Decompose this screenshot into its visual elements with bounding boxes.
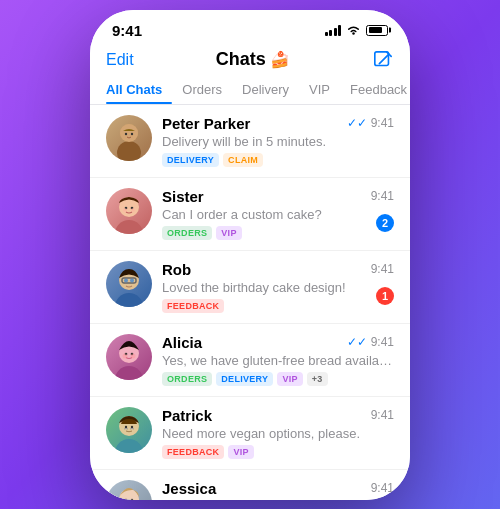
svg-point-10 [123,208,127,212]
read-check-icon: ✓✓ [347,335,367,349]
tab-delivery[interactable]: Delivery [232,75,299,104]
list-item[interactable]: Sister 9:41 Can I order a custom cake? O… [90,178,410,251]
svg-point-22 [131,353,136,358]
svg-point-3 [120,124,138,142]
chat-time-wrap: 9:41 [371,262,394,276]
chat-top: Patrick 9:41 [162,407,394,424]
tag-orders: ORDERS [162,372,212,386]
svg-rect-0 [375,51,389,65]
chat-time: 9:41 [371,189,394,203]
tag-more: +3 [307,372,328,386]
chat-preview: Yes, we have gluten-free bread available… [162,353,394,368]
tag-feedback: FEEDBACK [162,445,224,459]
chat-name: Jessica [162,480,216,497]
tab-vip[interactable]: VIP [299,75,340,104]
tab-bar: All Chats Orders Delivery VIP Feedback [90,75,410,105]
edit-button[interactable]: Edit [106,51,134,69]
svg-point-23 [115,439,143,453]
tag-feedback: FEEDBACK [162,299,224,313]
chat-top: Sister 9:41 [162,188,394,205]
chat-name: Patrick [162,407,212,424]
header-title-wrap: Chats 🍰 [216,49,290,70]
chat-time: 9:41 [371,481,394,495]
chat-content: Rob 9:41 Loved the birthday cake design!… [162,261,394,313]
svg-point-6 [115,220,143,234]
avatar [106,480,152,500]
status-bar: 9:41 [90,10,410,43]
signal-icon [325,25,342,36]
chat-name: Alicia [162,334,202,351]
tag-vip: VIP [277,372,302,386]
chat-time: 9:41 [371,408,394,422]
chat-time: 9:41 [371,262,394,276]
tag-claim: CLAIM [223,153,263,167]
chat-name: Rob [162,261,191,278]
chat-tags: ORDERS DELIVERY VIP +3 [162,372,394,386]
phone-frame: 9:41 Edit Chats 🍰 [90,10,410,500]
chat-content: Sister 9:41 Can I order a custom cake? O… [162,188,394,240]
chat-time: 9:41 [371,116,394,130]
list-item[interactable]: Alicia ✓✓ 9:41 Yes, we have gluten-free … [90,324,410,397]
svg-point-15 [124,278,128,282]
avatar [106,334,152,380]
svg-point-12 [115,293,143,307]
battery-icon [366,25,388,36]
svg-point-17 [115,366,143,380]
chat-preview: Delivery will be in 5 minutes. [162,134,394,149]
header: Edit Chats 🍰 [90,43,410,75]
chat-tags: FEEDBACK VIP [162,445,394,459]
chat-top: Alicia ✓✓ 9:41 [162,334,394,351]
chat-preview: Loved the birthday cake design! [162,280,394,295]
chat-list: Peter Parker ✓✓ 9:41 Delivery will be in… [90,105,410,500]
svg-point-26 [131,425,133,427]
svg-point-5 [131,132,133,134]
tab-feedback[interactable]: Feedback [340,75,410,104]
chat-time-wrap: 9:41 [371,189,394,203]
avatar [106,407,152,453]
list-item[interactable]: Jessica 9:41 Nice, got it. [90,470,410,500]
compose-button[interactable] [372,49,394,71]
list-item[interactable]: Peter Parker ✓✓ 9:41 Delivery will be in… [90,105,410,178]
svg-point-4 [125,132,127,134]
tab-all-chats[interactable]: All Chats [106,75,172,104]
chat-name: Sister [162,188,204,205]
list-item[interactable]: Rob 9:41 Loved the birthday cake design!… [90,251,410,324]
svg-point-21 [123,353,128,358]
chat-time-wrap: 9:41 [371,481,394,495]
tag-orders: ORDERS [162,226,212,240]
chat-content: Patrick 9:41 Need more vegan options, pl… [162,407,394,459]
chat-preview: Can I order a custom cake? [162,207,394,222]
chat-top: Peter Parker ✓✓ 9:41 [162,115,394,132]
tag-delivery: DELIVERY [216,372,273,386]
compose-icon [373,50,393,70]
chat-time-wrap: 9:41 [371,408,394,422]
svg-point-28 [119,489,139,500]
svg-point-2 [117,141,141,161]
tag-delivery: DELIVERY [162,153,219,167]
avatar [106,115,152,161]
chat-time-wrap: ✓✓ 9:41 [347,335,394,349]
svg-point-16 [130,278,134,282]
unread-badge: 1 [376,287,394,305]
tag-vip: VIP [228,445,253,459]
tag-vip: VIP [216,226,241,240]
chat-preview: Nice, got it. [162,499,394,500]
chat-tags: DELIVERY CLAIM [162,153,394,167]
chat-time: 9:41 [371,335,394,349]
chat-content: Alicia ✓✓ 9:41 Yes, we have gluten-free … [162,334,394,386]
svg-point-11 [131,208,135,212]
chat-time-wrap: ✓✓ 9:41 [347,116,394,130]
chat-tags: FEEDBACK [162,299,394,313]
chat-top: Rob 9:41 [162,261,394,278]
chat-content: Peter Parker ✓✓ 9:41 Delivery will be in… [162,115,394,167]
status-icons [325,25,389,36]
chat-content: Jessica 9:41 Nice, got it. [162,480,394,500]
chat-name: Peter Parker [162,115,250,132]
avatar [106,188,152,234]
read-check-icon: ✓✓ [347,116,367,130]
page-title: Chats [216,49,266,70]
unread-badge: 2 [376,214,394,232]
list-item[interactable]: Patrick 9:41 Need more vegan options, pl… [90,397,410,470]
chat-preview: Need more vegan options, please. [162,426,394,441]
tab-orders[interactable]: Orders [172,75,232,104]
